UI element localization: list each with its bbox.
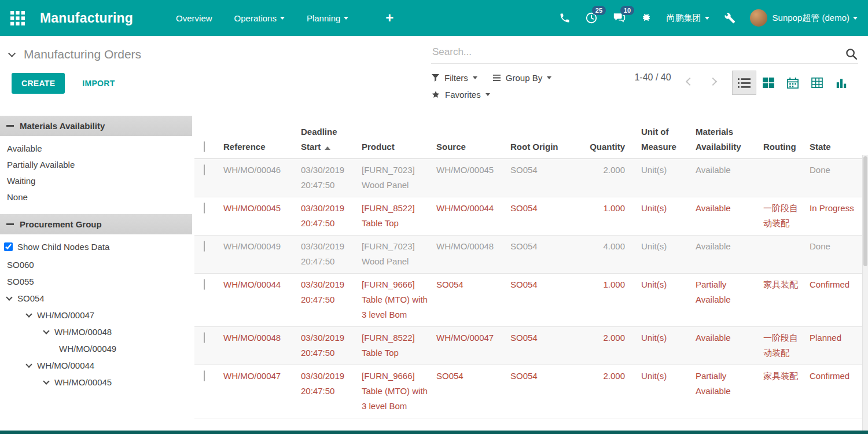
show-child-nodes-checkbox[interactable] (4, 242, 13, 251)
import-button[interactable]: IMPORT (79, 78, 118, 89)
table-row[interactable]: WH/MO/00048 03/30/2019 20:47:50 [FURN_85… (194, 327, 868, 365)
cell-product: [FURN_8522] Table Top (362, 201, 436, 231)
action-buttons: CREATE IMPORT (12, 73, 119, 94)
column-header-reference[interactable]: Reference (223, 139, 301, 155)
company-switcher[interactable]: 尚鹏集团 (667, 13, 709, 24)
table-row[interactable]: WH/MO/00045 03/30/2019 20:47:50 [FURN_85… (194, 197, 868, 236)
tree-item-wh-mo-00045[interactable]: WH/MO/00045 (0, 374, 192, 391)
view-kanban-button[interactable] (756, 71, 781, 95)
show-child-nodes-label: Show Child Nodes Data (17, 242, 109, 252)
scrollbar-thumb[interactable] (863, 156, 867, 266)
column-header-quantity[interactable]: Quantity (582, 139, 630, 155)
chevron-down-icon[interactable] (43, 328, 49, 334)
select-all-checkbox[interactable] (204, 141, 205, 152)
pager-value[interactable]: 1-40 / 40 (634, 69, 672, 85)
breadcrumb-toggle-chevron-icon[interactable] (8, 50, 16, 57)
chevron-down-icon[interactable] (25, 361, 32, 367)
chevron-down-icon (853, 17, 858, 20)
chevron-down-icon (280, 17, 285, 20)
column-header-materials-availability[interactable]: Materials Availability (690, 124, 755, 155)
filters-button[interactable]: Filters (431, 73, 477, 83)
chevron-down-icon[interactable] (25, 311, 32, 317)
view-pivot-button[interactable] (805, 71, 829, 95)
avatar (750, 9, 767, 27)
table-row[interactable]: WH/MO/00044 03/30/2019 20:47:50 [FURN_96… (194, 274, 868, 327)
tree-item-wh-mo-00048[interactable]: WH/MO/00048 (0, 323, 192, 340)
search-input[interactable] (431, 43, 858, 64)
cell-root-origin: SO054 (510, 277, 582, 292)
sidebar-section-procurement-group[interactable]: Procurement Group (0, 214, 192, 234)
table-row[interactable]: WH/MO/00047 03/30/2019 20:47:50 [FURN_96… (194, 365, 868, 418)
phone-icon (559, 12, 571, 24)
chevron-down-icon[interactable] (43, 378, 49, 384)
table-row[interactable]: WH/MO/00046 03/30/2019 20:47:50 [FURN_70… (194, 159, 868, 197)
row-checkbox[interactable] (204, 164, 205, 175)
tree-item-wh-mo-00047[interactable]: WH/MO/00047 (0, 307, 192, 323)
pager-next-icon[interactable] (709, 78, 717, 86)
table-row[interactable]: WH/MO/00049 03/30/2019 20:47:50 [FURN_70… (194, 236, 868, 274)
quick-add-button[interactable]: + (385, 11, 393, 25)
sidebar-section-materials-availability[interactable]: Materials Availability (0, 116, 192, 136)
pager-previous-icon[interactable] (686, 78, 694, 86)
view-switcher (732, 71, 854, 95)
view-graph-button[interactable] (829, 71, 854, 95)
filter-item-partially-available[interactable]: Partially Available (0, 156, 192, 172)
messages-button[interactable]: 10 (612, 12, 626, 24)
cell-root-origin: SO054 (510, 163, 582, 178)
vertical-scrollbar[interactable] (862, 155, 868, 431)
user-name: Sunpop超管 (demo) (773, 13, 849, 24)
column-header-product[interactable]: Product (362, 139, 436, 155)
view-list-button[interactable] (732, 71, 756, 95)
cell-state: Done (810, 239, 868, 254)
chevron-down-icon[interactable] (6, 294, 12, 300)
tree-item-label: WH/MO/00047 (37, 310, 94, 320)
view-calendar-button[interactable] (781, 71, 805, 95)
cell-product: [FURN_7023] Wood Panel (362, 163, 436, 193)
cell-quantity: 4.000 (582, 239, 630, 254)
funnel-icon (431, 73, 440, 82)
tree-item-label: WH/MO/00048 (54, 327, 112, 337)
row-checkbox[interactable] (204, 203, 205, 214)
filter-item-waiting[interactable]: Waiting (0, 172, 192, 189)
column-header-routing[interactable]: Routing (755, 139, 810, 155)
user-menu[interactable]: Sunpop超管 (demo) (750, 9, 858, 27)
sidebar-section-title: Materials Availability (20, 121, 105, 131)
filter-item-available[interactable]: Available (0, 140, 192, 156)
filter-item-none[interactable]: None (0, 189, 192, 205)
column-header-state[interactable]: State (810, 139, 868, 155)
magnifier-icon (845, 47, 858, 61)
cell-deadline: 03/30/2019 20:47:50 (301, 163, 362, 193)
row-checkbox[interactable] (204, 279, 205, 290)
settings-tools-button[interactable] (724, 12, 735, 24)
cell-quantity: 1.000 (582, 201, 630, 216)
apps-menu-button[interactable] (10, 11, 25, 25)
menu-planning[interactable]: Planning (307, 13, 348, 23)
search-button[interactable] (845, 47, 858, 63)
tree-item-wh-mo-00049[interactable]: WH/MO/00049 (0, 340, 192, 357)
debug-button[interactable] (641, 12, 652, 24)
show-child-nodes-toggle[interactable]: Show Child Nodes Data (4, 242, 192, 252)
column-header-source[interactable]: Source (436, 139, 510, 155)
cell-uom: Unit(s) (630, 163, 690, 178)
menu-operations[interactable]: Operations (234, 13, 285, 23)
tree-item-so055[interactable]: SO055 (0, 273, 192, 290)
column-header-root-origin[interactable]: Root Origin (510, 139, 582, 155)
tree-item-so054[interactable]: SO054 (0, 290, 192, 307)
app-title[interactable]: Manufacturing (40, 10, 133, 26)
tree-item-label: WH/MO/00044 (37, 361, 94, 370)
phone-button[interactable] (559, 12, 571, 24)
column-header-deadline-start[interactable]: Deadline Start (301, 124, 362, 155)
row-checkbox[interactable] (204, 370, 205, 381)
menu-overview[interactable]: Overview (176, 13, 212, 23)
create-button[interactable]: CREATE (12, 73, 65, 94)
column-header-unit-of-measure[interactable]: Unit of Measure (630, 124, 690, 155)
tree-item-so060[interactable]: SO060 (0, 256, 192, 273)
row-checkbox[interactable] (204, 241, 205, 252)
pivot-view-icon (811, 78, 823, 88)
activities-button[interactable]: 25 (585, 12, 598, 24)
row-checkbox[interactable] (204, 332, 205, 343)
collapse-dash-icon (6, 223, 14, 225)
favorites-button[interactable]: Favorites (431, 90, 490, 100)
group-by-button[interactable]: Group By (492, 73, 551, 83)
tree-item-wh-mo-00044[interactable]: WH/MO/00044 (0, 357, 192, 374)
